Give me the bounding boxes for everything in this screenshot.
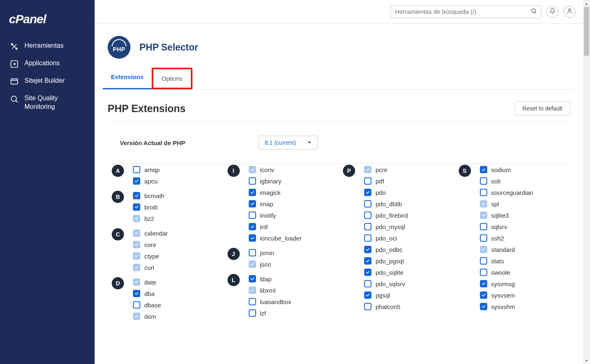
ext-item-ioncube_loader[interactable]: ioncube_loader [249,232,335,244]
checkbox[interactable] [133,252,140,260]
ext-item-sodium[interactable]: sodium [480,164,566,175]
checkbox[interactable] [364,257,371,265]
checkbox[interactable] [249,275,256,282]
checkbox[interactable] [480,303,487,310]
ext-item-dom[interactable]: dom [133,311,219,322]
checkbox[interactable] [364,234,371,242]
ext-item-curl[interactable]: curl [133,262,219,273]
ext-item-pdo_pgsql[interactable]: pdo_pgsql [364,255,451,267]
ext-item-imap[interactable]: imap [249,198,335,210]
checkbox[interactable] [364,200,371,207]
ext-item-amqp[interactable]: amqp [133,164,219,175]
checkbox[interactable] [249,166,256,173]
ext-item-luasandbox[interactable]: luasandbox [249,296,335,307]
sidebar-item-tools[interactable]: Herramientas [0,38,95,55]
ext-item-brotli[interactable]: brotli [133,201,219,213]
reset-button[interactable]: Reset to default [515,101,570,116]
ext-item-solr[interactable]: solr [480,175,566,187]
ext-item-phalcon5[interactable]: phalcon5 [364,301,451,312]
checkbox[interactable] [364,291,371,299]
checkbox[interactable] [133,278,140,286]
checkbox[interactable] [480,200,487,207]
checkbox[interactable] [480,280,487,287]
scroll-up-icon[interactable]: ▴ [583,0,590,7]
checkbox[interactable] [133,177,140,185]
checkbox[interactable] [364,303,371,310]
ext-item-pdo_dblib[interactable]: pdo_dblib [364,198,451,210]
search-input[interactable] [395,8,527,15]
checkbox[interactable] [249,309,256,317]
ext-item-intl[interactable]: intl [249,221,335,232]
notifications-button[interactable] [546,6,559,18]
checkbox[interactable] [364,177,371,185]
checkbox[interactable] [133,229,140,237]
ext-item-sqlite3[interactable]: sqlite3 [480,210,566,221]
ext-item-dba[interactable]: dba [133,288,219,299]
checkbox[interactable] [480,269,487,276]
checkbox[interactable] [249,298,256,305]
ext-item-core[interactable]: core [133,239,219,250]
sidebar-item-applications[interactable]: Applications [0,55,95,73]
ext-item-dbase[interactable]: dbase [133,299,219,311]
checkbox[interactable] [364,246,371,253]
ext-item-ldap[interactable]: ldap [249,273,335,285]
ext-item-pdo_sqlsrv[interactable]: pdo_sqlsrv [364,278,451,289]
checkbox[interactable] [249,223,256,230]
ext-item-spl[interactable]: spl [480,198,566,210]
version-select[interactable]: 8.1 (current) [259,136,317,150]
ext-item-lzf[interactable]: lzf [249,307,335,319]
checkbox[interactable] [364,269,371,276]
checkbox[interactable] [133,313,140,320]
checkbox[interactable] [133,290,140,297]
checkbox[interactable] [133,264,140,271]
checkbox[interactable] [480,223,487,230]
ext-item-pdf[interactable]: pdf [364,175,451,187]
ext-item-bcmath[interactable]: bcmath [133,190,219,201]
ext-item-pdo_oci[interactable]: pdo_oci [364,232,451,244]
checkbox[interactable] [480,246,487,253]
ext-item-pgsql[interactable]: pgsql [364,289,451,301]
checkbox[interactable] [249,260,256,268]
ext-item-jsmin[interactable]: jsmin [249,247,335,258]
tab-extensions[interactable]: Extensions [103,68,152,89]
checkbox[interactable] [480,166,487,173]
checkbox[interactable] [364,189,371,196]
tab-options[interactable]: Options [152,68,192,89]
ext-item-bz2[interactable]: bz2 [133,213,219,224]
checkbox[interactable] [249,234,256,242]
scrollbar[interactable]: ▴ ▾ [583,0,590,364]
ext-item-pdo_odbc[interactable]: pdo_odbc [364,244,451,255]
checkbox[interactable] [249,287,256,294]
checkbox[interactable] [249,189,256,196]
ext-item-json[interactable]: json [249,258,335,270]
ext-item-calendar[interactable]: calendar [133,227,219,239]
ext-item-iconv[interactable]: iconv [249,164,335,175]
ext-item-pcre[interactable]: pcre [364,164,451,175]
ext-item-ssh2[interactable]: ssh2 [480,232,566,244]
ext-item-imagick[interactable]: imagick [249,187,335,198]
ext-item-sysvmsg[interactable]: sysvmsg [480,278,566,289]
checkbox[interactable] [480,177,487,185]
ext-item-date[interactable]: date [133,276,219,288]
checkbox[interactable] [249,200,256,207]
checkbox[interactable] [480,291,487,299]
account-button[interactable] [563,6,576,18]
sidebar-item-quality[interactable]: Site Quality Monitoring [0,90,95,115]
checkbox[interactable] [133,241,140,248]
ext-item-pdo_mysql[interactable]: pdo_mysql [364,221,451,232]
ext-item-sysvsem[interactable]: sysvsem [480,289,566,301]
checkbox[interactable] [364,280,371,287]
checkbox[interactable] [364,166,371,173]
ext-item-sqlsrv[interactable]: sqlsrv [480,221,566,232]
checkbox[interactable] [133,166,140,173]
ext-item-pdo_sqlite[interactable]: pdo_sqlite [364,267,451,278]
ext-item-igbinary[interactable]: igbinary [249,175,335,187]
checkbox[interactable] [480,257,487,265]
checkbox[interactable] [133,301,140,309]
ext-item-pdo_firebird[interactable]: pdo_firebird [364,210,451,221]
checkbox[interactable] [249,249,256,256]
checkbox[interactable] [133,192,140,199]
ext-item-libxml[interactable]: libxml [249,285,335,296]
ext-item-sourceguardian[interactable]: sourceguardian [480,187,566,198]
ext-item-inotify[interactable]: inotify [249,210,335,221]
